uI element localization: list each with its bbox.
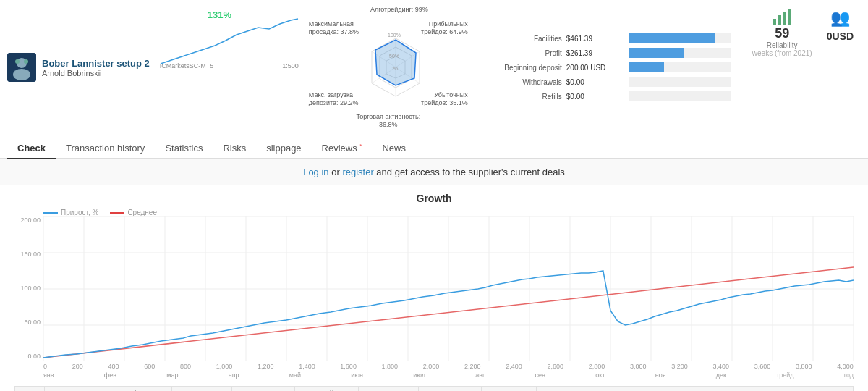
radar-label-topleft: Максимальная просадка: 37.8%: [309, 20, 367, 36]
stat-facilities-bar: [629, 33, 715, 43]
stat-profit-bar: [629, 48, 685, 58]
chart-title: Growth: [14, 193, 854, 204]
tab-slippage[interactable]: slippage: [256, 138, 311, 159]
legend-growth: Прирост, %: [43, 209, 98, 216]
stat-beginning-value: 200.00 USD: [566, 64, 624, 72]
tab-news[interactable]: News: [372, 138, 416, 159]
tabs-bar: Check Transaction history Statistics Ris…: [0, 138, 868, 159]
svg-text:0%: 0%: [391, 66, 398, 71]
th-may: май: [295, 387, 359, 391]
data-table: янв фев мар апр май июн июл авг сен окт …: [14, 386, 854, 391]
th-jun: июн: [358, 387, 418, 391]
th-oct: окт: [605, 387, 668, 391]
reliability-label: Reliability: [767, 41, 798, 49]
table-header-row: янв фев мар апр май июн июл авг сен окт …: [15, 387, 854, 391]
stat-facilities-label: Facilities: [482, 35, 562, 43]
tab-risks[interactable]: Risks: [213, 138, 256, 159]
stat-refills: Refills $0.00: [482, 91, 731, 101]
register-link[interactable]: register: [342, 167, 373, 177]
radar-label-top: Алготрейдинг: 99%: [370, 6, 428, 14]
account-info: Bober Lannister setup 2 Arnold Bobrinski…: [7, 6, 150, 129]
y-label-150: 150.00: [20, 251, 41, 258]
svg-text:100%: 100%: [388, 33, 401, 38]
stat-profit: Profit $261.39: [482, 48, 731, 58]
stat-withdrawals-value: $0.00: [566, 78, 624, 86]
chart-svg-wrapper: [43, 216, 854, 361]
stat-profit-label: Profit: [482, 49, 562, 57]
header: Bober Lannister setup 2 Arnold Bobrinski…: [0, 0, 868, 135]
stat-profit-value: $261.39: [566, 49, 624, 57]
stat-withdrawals-bar-container: [629, 77, 731, 87]
login-or-text: or: [331, 167, 342, 177]
tab-transaction-history[interactable]: Transaction history: [56, 138, 155, 159]
svg-point-4: [24, 59, 28, 64]
svg-marker-11: [375, 40, 416, 85]
reliability-value: 59: [775, 26, 789, 41]
svg-point-2: [13, 69, 30, 80]
stat-facilities-value: $461.39: [566, 35, 624, 43]
stat-withdrawals-label: Withdrawals: [482, 78, 562, 86]
y-label-50: 50.00: [24, 319, 41, 326]
stat-beginning-bar-container: [629, 62, 731, 72]
chart-wrapper: 200.00 150.00 100.00 50.00 0.00: [14, 216, 854, 361]
stat-facilities: Facilities $461.39: [482, 33, 731, 43]
stat-refills-bar-container: [629, 91, 731, 101]
svg-text:50%: 50%: [389, 54, 399, 59]
th-nov: ноя: [668, 387, 718, 391]
y-label-100: 100.00: [20, 285, 41, 292]
chart-legend: Прирост, % Среднее: [14, 209, 854, 216]
stat-refills-label: Refills: [482, 93, 562, 101]
x-axis-numbers: 0 200 400 600 800 1,000 1,200 1,400 1,60…: [14, 363, 854, 370]
stat-facilities-bar-container: [629, 33, 731, 43]
radar-label-bottomleft: Макс. загрузка депозита: 29.2%: [309, 91, 367, 107]
y-label-200: 200.00: [20, 216, 41, 224]
account-sub: Arnold Bobrinskii: [42, 69, 150, 77]
chart-area: Growth Прирост, % Среднее 200.00 150.00 …: [0, 185, 868, 386]
login-bar: Log in or register and get access to the…: [0, 159, 868, 185]
stat-refills-value: $0.00: [566, 93, 624, 101]
stat-beginning: Beginning deposit 200.00 USD: [482, 62, 731, 72]
y-axis: 200.00 150.00 100.00 50.00 0.00: [14, 216, 43, 361]
account-text: Bober Lannister setup 2 Arnold Bobrinski…: [42, 58, 150, 77]
legend-avg-line: [110, 212, 124, 214]
mini-chart: 131% ICMarketsSC-MT5 1:500: [157, 6, 302, 71]
avatar: [7, 53, 36, 82]
tab-check[interactable]: Check: [7, 138, 56, 159]
leverage-label: 1:500: [282, 62, 299, 70]
tab-statistics[interactable]: Statistics: [155, 138, 213, 159]
investment-metric: 👥 0USD: [827, 9, 854, 42]
metrics-section: 59 Reliability weeks (from 2021) 👥 0USD: [745, 6, 861, 129]
radar-svg: 100% 50% 0%: [359, 31, 432, 104]
growth-chart-svg: [43, 216, 854, 361]
th-aug: авг: [482, 387, 537, 391]
login-post-text: and get access to the supplier's current…: [376, 167, 564, 177]
th-year: год: [767, 387, 854, 391]
th-jan: янв: [45, 387, 109, 391]
investment-value: 0USD: [827, 30, 854, 42]
th-feb: фев: [109, 387, 172, 391]
th-mar: мар: [171, 387, 231, 391]
th-empty: [15, 387, 45, 391]
stat-beginning-bar: [629, 62, 664, 72]
legend-growth-line: [43, 212, 58, 214]
reliability-metric: 59 Reliability weeks (from 2021): [752, 9, 812, 57]
people-icon: 👥: [830, 9, 850, 28]
radar-section: Алготрейдинг: 99% Прибыльных трейдов: 64…: [309, 6, 468, 129]
legend-avg: Среднее: [110, 209, 157, 216]
broker-label: ICMarketsSC-MT5: [160, 62, 214, 70]
account-name: Bober Lannister setup 2: [42, 58, 150, 69]
stat-profit-bar-container: [629, 48, 731, 58]
stat-withdrawals: Withdrawals $0.00: [482, 77, 731, 87]
tab-reviews[interactable]: Reviews *: [312, 138, 373, 159]
login-link[interactable]: Log in: [303, 167, 328, 177]
y-label-0: 0.00: [27, 353, 41, 360]
th-sep: сен: [536, 387, 605, 391]
reliability-sub: weeks (from 2021): [752, 49, 812, 57]
th-jul: июл: [418, 387, 482, 391]
radar-label-bottom: Торговая активность: 36.8%: [352, 113, 425, 129]
x-axis-months: янв фев мар апр май июн июл авг сен окт …: [14, 371, 854, 379]
stats-section: Facilities $461.39 Profit $261.39 Beginn…: [475, 6, 738, 129]
reliability-bars-icon: [773, 9, 791, 25]
stat-beginning-label: Beginning deposit: [482, 64, 562, 72]
th-dec: дек: [718, 387, 767, 391]
